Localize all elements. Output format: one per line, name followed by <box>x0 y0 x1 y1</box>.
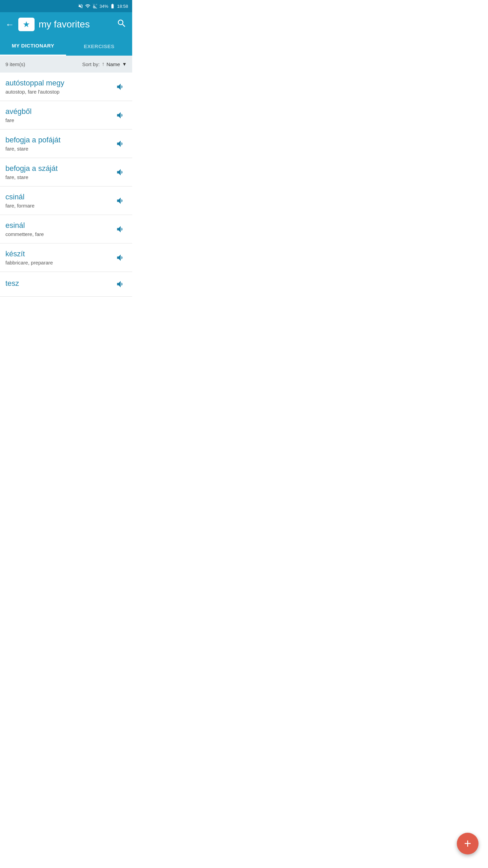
word-term: esinál <box>5 221 115 230</box>
word-term: avégből <box>5 107 115 116</box>
list-item[interactable]: esinál commettere, fare <box>0 215 132 243</box>
word-content: tesz <box>5 279 115 289</box>
app-bar: ← ★ my favorites <box>0 12 132 37</box>
tab-exercises[interactable]: EXERCISES <box>66 37 132 56</box>
battery-text: 34% <box>99 4 108 9</box>
sound-button[interactable] <box>115 252 127 264</box>
sound-icon <box>116 167 125 177</box>
sound-button[interactable] <box>115 109 127 121</box>
sound-button[interactable] <box>115 138 127 150</box>
sound-icon <box>116 224 125 234</box>
word-translation: autostop, fare l'autostop <box>5 89 115 95</box>
sound-button[interactable] <box>115 166 127 178</box>
star-icon: ★ <box>23 20 30 29</box>
word-translation: fare <box>5 117 115 123</box>
tabs-bar: MY DICTIONARY EXERCISES <box>0 37 132 56</box>
sound-icon <box>116 196 125 205</box>
word-content: befogja a száját fare, stare <box>5 164 115 180</box>
list-item[interactable]: készít fabbricare, preparare <box>0 243 132 272</box>
word-content: készít fabbricare, preparare <box>5 250 115 265</box>
signal-icon <box>92 3 98 9</box>
list-item[interactable]: avégből fare <box>0 101 132 130</box>
word-content: avégből fare <box>5 107 115 123</box>
word-translation: fare, stare <box>5 146 115 152</box>
word-list: autóstoppal megy autostop, fare l'autost… <box>0 73 132 297</box>
sort-control[interactable]: Sort by: ↑ Name ▼ <box>82 61 127 67</box>
word-translation: fare, stare <box>5 174 115 180</box>
sort-by-label: Sort by: <box>82 61 100 67</box>
word-term: tesz <box>5 279 115 288</box>
word-term: befogja a pofáját <box>5 136 115 144</box>
sort-dropdown-icon: ▼ <box>122 61 127 67</box>
word-term: befogja a száját <box>5 164 115 173</box>
status-bar: 34% 18:58 <box>0 0 132 12</box>
favorites-folder-icon: ★ <box>18 18 35 31</box>
sound-button[interactable] <box>115 81 127 93</box>
word-content: esinál commettere, fare <box>5 221 115 237</box>
search-button[interactable] <box>117 18 127 31</box>
sound-icon <box>116 111 125 120</box>
sound-icon <box>116 253 125 262</box>
sound-icon <box>116 82 125 92</box>
word-term: autóstoppal megy <box>5 79 115 87</box>
word-content: autóstoppal megy autostop, fare l'autost… <box>5 79 115 95</box>
wifi-icon <box>85 3 90 9</box>
list-item[interactable]: befogja a száját fare, stare <box>0 158 132 186</box>
time-text: 18:58 <box>117 4 128 9</box>
mute-icon <box>78 3 83 9</box>
sound-button[interactable] <box>115 223 127 235</box>
word-term: készít <box>5 250 115 258</box>
tab-my-dictionary[interactable]: MY DICTIONARY <box>0 37 66 56</box>
word-translation: commettere, fare <box>5 231 115 237</box>
sound-icon <box>116 279 125 289</box>
page-title: my favorites <box>39 19 90 30</box>
word-content: befogja a pofáját fare, stare <box>5 136 115 152</box>
sort-direction-icon: ↑ <box>102 61 104 67</box>
list-item[interactable]: tesz <box>0 272 132 297</box>
word-translation: fare, formare <box>5 203 115 209</box>
sound-icon <box>116 139 125 149</box>
word-content: csinál fare, formare <box>5 193 115 209</box>
sort-bar: 9 item(s) Sort by: ↑ Name ▼ <box>0 56 132 73</box>
battery-icon <box>110 3 115 9</box>
sort-field: Name <box>106 61 120 67</box>
status-icons: 34% 18:58 <box>78 3 128 9</box>
word-translation: fabbricare, preparare <box>5 260 115 265</box>
item-count: 9 item(s) <box>5 61 25 67</box>
back-button[interactable]: ← <box>5 19 14 30</box>
sound-button[interactable] <box>115 195 127 207</box>
list-item[interactable]: autóstoppal megy autostop, fare l'autost… <box>0 73 132 101</box>
word-term: csinál <box>5 193 115 201</box>
app-bar-left: ← ★ my favorites <box>5 18 90 31</box>
sound-button[interactable] <box>115 278 127 290</box>
list-item[interactable]: csinál fare, formare <box>0 186 132 215</box>
search-icon <box>117 18 127 28</box>
list-item[interactable]: befogja a pofáját fare, stare <box>0 130 132 158</box>
